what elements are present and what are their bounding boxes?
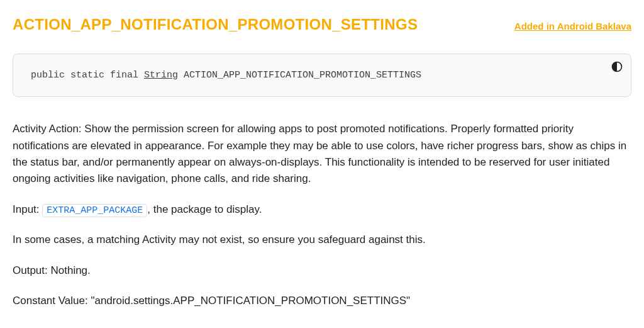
header-row: ACTION_APP_NOTIFICATION_PROMOTION_SETTIN… <box>13 13 631 36</box>
description-constant-value: Constant Value: "android.settings.APP_NO… <box>13 293 631 309</box>
signature-modifiers: public static final <box>31 70 144 81</box>
description-input: Input: EXTRA_APP_PACKAGE, the package to… <box>13 201 631 218</box>
dark-mode-toggle-icon[interactable] <box>611 60 623 73</box>
constant-title: ACTION_APP_NOTIFICATION_PROMOTION_SETTIN… <box>13 13 418 36</box>
description-output: Output: Nothing. <box>13 263 631 279</box>
input-label: Input: <box>13 203 42 215</box>
added-in-link[interactable]: Added in Android Baklava <box>514 19 631 33</box>
input-tail: , the package to display. <box>147 203 262 215</box>
signature-code-block: public static final String ACTION_APP_NO… <box>13 54 631 97</box>
input-extra-code: EXTRA_APP_PACKAGE <box>42 204 147 217</box>
description-main: Activity Action: Show the permission scr… <box>13 121 631 187</box>
signature-name: ACTION_APP_NOTIFICATION_PROMOTION_SETTIN… <box>178 70 421 81</box>
description-caveat: In some cases, a matching Activity may n… <box>13 232 631 248</box>
signature-type-link[interactable]: String <box>144 70 178 81</box>
